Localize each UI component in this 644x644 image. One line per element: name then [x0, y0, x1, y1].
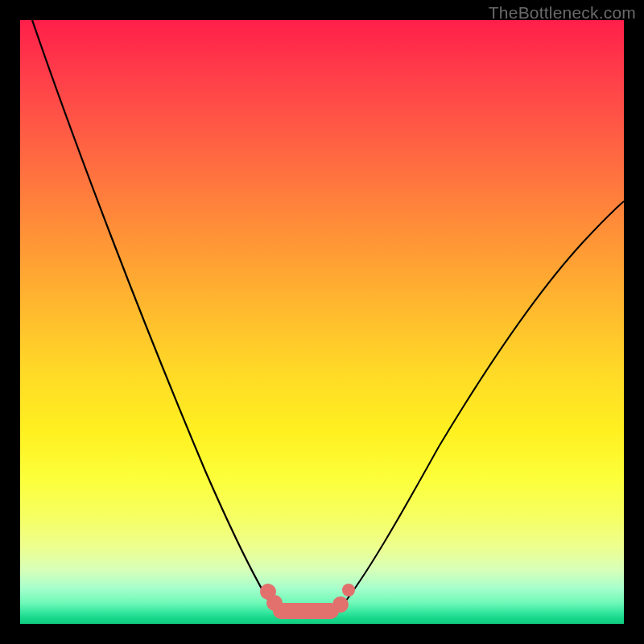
watermark-text: TheBottleneck.com — [489, 3, 636, 23]
gradient-plot-area — [20, 20, 624, 624]
chart-frame: TheBottleneck.com — [0, 0, 644, 644]
